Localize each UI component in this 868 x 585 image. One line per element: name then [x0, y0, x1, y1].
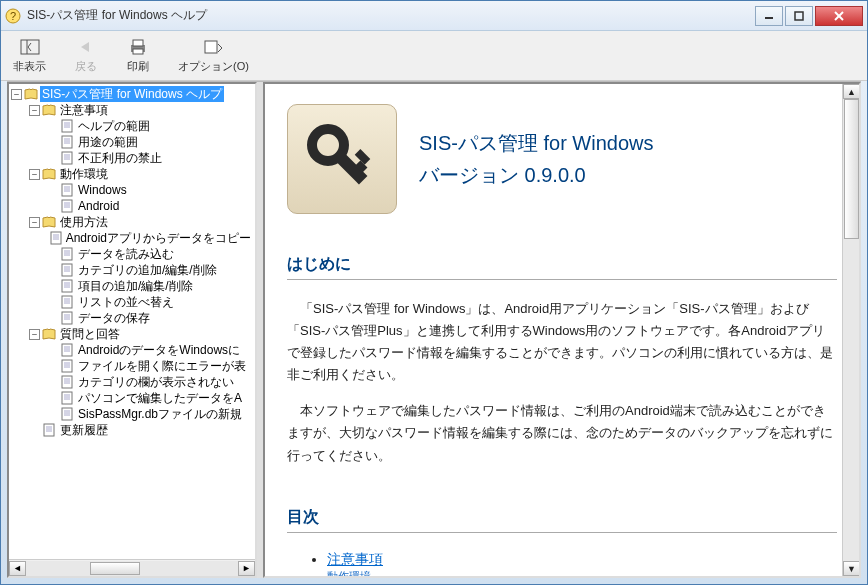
expander-icon[interactable]: −: [29, 105, 40, 116]
help-tree[interactable]: − SIS-パス管理 for Windows ヘルプ −注意事項 ヘルプの範囲用…: [9, 84, 255, 559]
toc-list: 注意事項 動作環境: [287, 551, 837, 578]
svg-rect-82: [355, 149, 371, 165]
tree-item-label[interactable]: パソコンで編集したデータをA: [76, 390, 244, 406]
hide-button[interactable]: 非表示: [7, 35, 52, 76]
tree-item[interactable]: パソコンで編集したデータをA: [47, 390, 253, 406]
key-app-icon: [287, 104, 397, 214]
scroll-left-button[interactable]: ◄: [9, 561, 26, 576]
svg-rect-32: [51, 232, 61, 244]
tree-root[interactable]: − SIS-パス管理 for Windows ヘルプ: [11, 86, 253, 102]
expander-icon: [47, 201, 58, 212]
tree-item[interactable]: 不正利用の禁止: [47, 150, 253, 166]
page-icon: [60, 151, 74, 165]
scroll-down-button[interactable]: ▼: [843, 561, 860, 576]
tree-item[interactable]: Android: [47, 198, 253, 214]
expander-icon[interactable]: −: [11, 89, 22, 100]
minimize-button[interactable]: [755, 6, 783, 26]
tree-section[interactable]: −使用方法: [29, 214, 253, 230]
scroll-thumb[interactable]: [844, 99, 859, 239]
tree-section[interactable]: −注意事項: [29, 102, 253, 118]
print-label: 印刷: [127, 59, 149, 74]
tree-item-label[interactable]: Windows: [76, 182, 129, 198]
scroll-track[interactable]: [843, 99, 859, 561]
scroll-up-button[interactable]: ▲: [843, 84, 860, 99]
tree-section[interactable]: 更新履歴: [29, 422, 253, 438]
tree-item[interactable]: AndroidのデータをWindowsに: [47, 342, 253, 358]
tree-item-label[interactable]: カテゴリの欄が表示されない: [76, 374, 236, 390]
tree-item-label[interactable]: 項目の追加/編集/削除: [76, 278, 195, 294]
tree-item[interactable]: 用途の範囲: [47, 134, 253, 150]
content-title-1: SIS-パス管理 for Windows: [419, 127, 653, 159]
svg-rect-10: [133, 49, 143, 54]
page-icon: [60, 359, 74, 373]
svg-rect-40: [62, 264, 72, 276]
tree-item-label[interactable]: カテゴリの追加/編集/削除: [76, 262, 219, 278]
content-pane[interactable]: SIS-パス管理 for Windows バージョン 0.9.0.0 はじめに …: [263, 82, 861, 578]
tree-section[interactable]: −質問と回答: [29, 326, 253, 342]
page-icon: [60, 311, 74, 325]
tree-item[interactable]: カテゴリの追加/編集/削除: [47, 262, 253, 278]
print-button[interactable]: 印刷: [120, 35, 156, 76]
horizontal-scrollbar[interactable]: ◄ ►: [9, 559, 255, 576]
tree-item-label[interactable]: AndroidのデータをWindowsに: [76, 342, 242, 358]
svg-rect-28: [62, 200, 72, 212]
page-icon: [60, 343, 74, 357]
tree-root-label[interactable]: SIS-パス管理 for Windows ヘルプ: [40, 86, 224, 102]
tree-item-label[interactable]: データを読み込む: [76, 246, 176, 262]
tree-item-label[interactable]: 不正利用の禁止: [76, 150, 164, 166]
options-button[interactable]: オプション(O): [172, 35, 255, 76]
svg-rect-48: [62, 296, 72, 308]
page-icon: [60, 247, 74, 261]
tree-item-label[interactable]: 用途の範囲: [76, 134, 140, 150]
toc-item: 注意事項 動作環境: [327, 551, 837, 578]
page-icon: [60, 279, 74, 293]
expander-icon[interactable]: −: [29, 217, 40, 228]
tree-item[interactable]: ヘルプの範囲: [47, 118, 253, 134]
page-icon: [60, 295, 74, 309]
tree-item-label[interactable]: Androidアプリからデータをコピー: [64, 230, 253, 246]
tree-item-label[interactable]: ファイルを開く際にエラーが表: [76, 358, 248, 374]
expander-icon: [47, 249, 58, 260]
tree-item[interactable]: カテゴリの欄が表示されない: [47, 374, 253, 390]
expander-icon: [47, 153, 58, 164]
tree-section[interactable]: −動作環境: [29, 166, 253, 182]
close-button[interactable]: [815, 6, 863, 26]
options-icon: [201, 37, 225, 57]
scroll-right-button[interactable]: ►: [238, 561, 255, 576]
scroll-thumb[interactable]: [90, 562, 140, 575]
tree-item-label[interactable]: Android: [76, 198, 121, 214]
tree-item-label[interactable]: SisPassMgr.dbファイルの新規: [76, 406, 244, 422]
svg-rect-9: [133, 40, 143, 46]
expander-icon[interactable]: −: [29, 169, 40, 180]
page-icon: [60, 135, 74, 149]
toc-sub[interactable]: 動作環境: [327, 569, 837, 578]
expander-icon[interactable]: −: [29, 329, 40, 340]
svg-rect-68: [62, 392, 72, 404]
tree-item[interactable]: SisPassMgr.dbファイルの新規: [47, 406, 253, 422]
tree-item[interactable]: 項目の追加/編集/削除: [47, 278, 253, 294]
book-open-icon: [42, 327, 56, 341]
tree-item[interactable]: Androidアプリからデータをコピー: [47, 230, 253, 246]
vertical-scrollbar[interactable]: ▲ ▼: [842, 84, 859, 576]
tree-item-label[interactable]: データの保存: [76, 310, 152, 326]
page-icon: [60, 263, 74, 277]
tree-item[interactable]: データを読み込む: [47, 246, 253, 262]
toc-link[interactable]: 注意事項: [327, 551, 383, 567]
expander-icon: [47, 233, 48, 244]
hide-label: 非表示: [13, 59, 46, 74]
page-icon: [60, 199, 74, 213]
tree-item[interactable]: ファイルを開く際にエラーが表: [47, 358, 253, 374]
content-header: SIS-パス管理 for Windows バージョン 0.9.0.0: [287, 104, 837, 214]
content-title-2: バージョン 0.9.0.0: [419, 159, 653, 191]
scroll-track[interactable]: [26, 561, 238, 576]
tree-item-label[interactable]: リストの並べ替え: [76, 294, 176, 310]
tree-group-1: ヘルプの範囲用途の範囲不正利用の禁止: [29, 118, 253, 166]
print-icon: [126, 37, 150, 57]
tree-item-label[interactable]: ヘルプの範囲: [76, 118, 152, 134]
expander-icon: [47, 265, 58, 276]
tree-item[interactable]: リストの並べ替え: [47, 294, 253, 310]
tree-item[interactable]: Windows: [47, 182, 253, 198]
maximize-button[interactable]: [785, 6, 813, 26]
tree-item[interactable]: データの保存: [47, 310, 253, 326]
toolbar: 非表示 戻る 印刷 オプション(O): [1, 31, 867, 81]
